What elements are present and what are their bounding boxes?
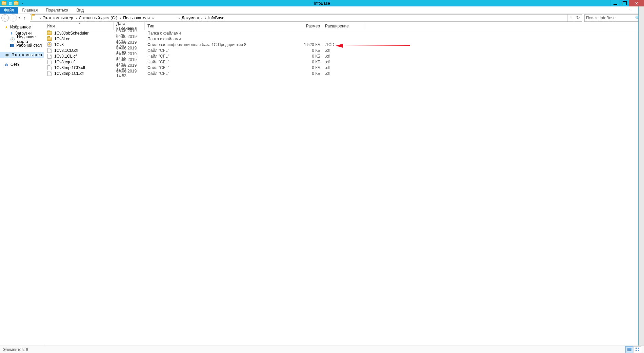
column-header-size[interactable]: Размер	[301, 22, 322, 30]
chevron-right-icon[interactable]: ▸	[76, 16, 78, 20]
recent-icon: 🕘	[10, 37, 15, 42]
qat-dropdown-icon[interactable]: ▾	[20, 1, 25, 6]
qat-new-folder-icon[interactable]	[14, 1, 19, 6]
crumb-drive-c[interactable]: Локальный диск (C:)	[79, 16, 118, 20]
file-date: 04.06.2019 14:53	[114, 69, 145, 78]
sidebar-item-label: Недавние места	[17, 35, 44, 44]
file-type: Файл "CFL"	[145, 54, 301, 59]
address-dropdown-icon[interactable]: ˅	[568, 16, 574, 20]
chevron-right-icon[interactable]: ▸	[40, 16, 41, 20]
computer-icon: 💻	[5, 53, 9, 57]
file-icon	[47, 54, 52, 59]
address-folder-icon	[32, 15, 32, 20]
chevron-right-icon[interactable]: ▸	[120, 16, 122, 20]
details-view-icon	[627, 348, 631, 351]
titlebar: ▥ ▾ InfoBase	[0, 0, 644, 6]
file-name: 1Cv8	[54, 42, 64, 47]
star-icon: ★	[5, 25, 8, 29]
sidebar-item-desktop[interactable]: Рабочий стол	[0, 42, 44, 48]
db-icon	[47, 42, 52, 47]
search-input[interactable]	[586, 16, 635, 20]
address-bar[interactable]: ▸Этот компьютер ▸Локальный диск (C:) ▸По…	[30, 14, 582, 22]
large-icons-view-icon	[636, 348, 639, 351]
file-name: 1Cv8Log	[54, 37, 71, 41]
ribbon-expand-icon[interactable]: ˅	[625, 8, 635, 14]
statusbar: Элементов: 8	[0, 346, 644, 353]
file-ext: .cfl	[322, 65, 364, 70]
file-ext: .cfl	[322, 48, 364, 53]
maximize-button[interactable]	[620, 0, 629, 6]
window-right-edge	[638, 6, 644, 346]
desktop-icon	[10, 44, 14, 47]
sort-indicator-icon: ▲	[78, 22, 81, 25]
file-size: 0 КБ	[301, 65, 322, 70]
ribbon-tabs: Файл Главная Поделиться Вид ˅ ?	[0, 6, 644, 14]
file-size: 1 520 КБ	[301, 42, 322, 47]
file-list-pane: ▲ Имя Дата изменения Тип Размер Расширен…	[44, 22, 644, 346]
navbar: ← → ▾ ↑ ▸Этот компьютер ▸Локальный диск …	[0, 14, 644, 22]
chevron-right-icon[interactable]: ▸	[205, 16, 207, 20]
file-icon	[47, 59, 52, 65]
file-icon	[47, 65, 52, 70]
nav-history-dropdown[interactable]: ▾	[18, 16, 21, 19]
column-header-type[interactable]: Тип	[145, 22, 301, 30]
file-name: 1Cv8tmp.1CD.cfl	[54, 65, 85, 70]
refresh-button[interactable]: ↻	[574, 15, 582, 21]
sidebar-item-label: Сеть	[11, 62, 20, 67]
nav-back-button[interactable]: ←	[1, 14, 9, 22]
file-type: Папка с файлами	[145, 37, 301, 41]
chevron-right-icon[interactable]: ▸	[153, 16, 154, 20]
window-title: InfoBase	[314, 1, 330, 6]
column-headers: ▲ Имя Дата изменения Тип Размер Расширен…	[44, 22, 644, 30]
statusbar-item-count: Элементов: 8	[3, 347, 28, 352]
nav-forward-button[interactable]: →	[9, 14, 17, 22]
file-size: 0 КБ	[301, 54, 322, 59]
sidebar-item-network[interactable]: 🖧 Сеть	[0, 61, 44, 67]
file-type: Файл "CFL"	[145, 65, 301, 70]
file-icon	[47, 71, 52, 76]
chevron-right-icon[interactable]: ▸	[179, 16, 180, 20]
sidebar-item-this-pc[interactable]: 💻 Этот компьютер	[0, 52, 44, 58]
file-type: Файл "CFL"	[145, 48, 301, 53]
ribbon-tab-view[interactable]: Вид	[72, 7, 88, 14]
file-ext: .cfl	[322, 60, 364, 64]
view-large-icons-button[interactable]	[633, 346, 641, 353]
file-row[interactable]: 1Cv8tmp.1CL.cfl04.06.2019 14:53Файл "CFL…	[44, 70, 644, 76]
file-name: 1Cv8JobScheduler	[54, 31, 88, 36]
file-ext: .cfl	[322, 71, 364, 76]
file-name: 1Cv8.cgr.cfl	[54, 60, 76, 64]
column-header-date[interactable]: Дата изменения	[114, 22, 145, 30]
network-icon: 🖧	[5, 62, 8, 66]
file-type: Папка с файлами	[145, 31, 301, 36]
sidebar-favorites[interactable]: ★ Избранное	[0, 24, 44, 30]
download-icon: ⬇	[10, 31, 13, 36]
crumb-infobase[interactable]: InfoBase	[208, 16, 224, 20]
folder-icon	[47, 30, 52, 36]
sidebar-item-label: Этот компьютер	[12, 53, 42, 57]
sidebar-favorites-label: Избранное	[10, 25, 31, 29]
column-header-ext[interactable]: Расширение	[322, 22, 364, 30]
view-details-button[interactable]	[625, 346, 633, 353]
file-ext: .cfl	[322, 54, 364, 59]
qat-folder-icon[interactable]	[1, 1, 7, 6]
ribbon-tab-share[interactable]: Поделиться	[42, 7, 72, 14]
qat-properties-icon[interactable]: ▥	[7, 1, 13, 6]
file-type: Файл "CFL"	[145, 71, 301, 76]
ribbon-tab-file[interactable]: Файл	[0, 7, 18, 14]
navigation-pane: ★ Избранное ⬇ Загрузки 🕘 Недавние места …	[0, 22, 44, 346]
minimize-button[interactable]	[610, 0, 620, 6]
search-box[interactable]: 🔍	[584, 14, 642, 22]
nav-up-button[interactable]: ↑	[22, 14, 28, 22]
file-ext: .1CD	[322, 42, 364, 47]
close-button[interactable]	[629, 0, 644, 6]
crumb-this-pc[interactable]: Этот компьютер	[43, 16, 73, 20]
file-type: Файл "CFL"	[145, 60, 301, 64]
ribbon-tab-home[interactable]: Главная	[18, 7, 42, 14]
crumb-users[interactable]: Пользователи	[123, 16, 149, 20]
sidebar-item-recent[interactable]: 🕘 Недавние места	[0, 36, 44, 42]
sidebar-item-label: Рабочий стол	[16, 43, 42, 48]
folder-icon	[47, 36, 52, 42]
file-icon	[47, 48, 52, 53]
crumb-documents[interactable]: Документы	[182, 16, 203, 20]
file-size: 0 КБ	[301, 60, 322, 64]
